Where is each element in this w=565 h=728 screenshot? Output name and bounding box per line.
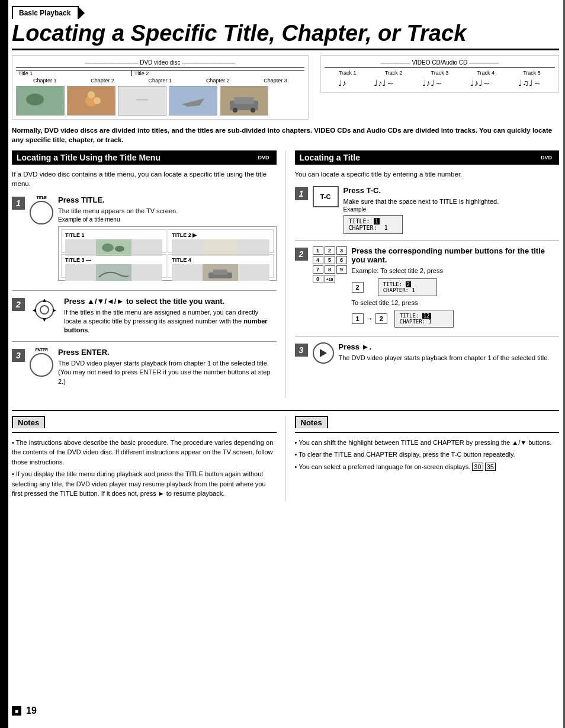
svg-point-6 (94, 97, 101, 104)
page-num-block: ■ (12, 706, 21, 716)
notes-right-item-3: • You can select a preferred language fo… (295, 462, 560, 472)
title-cell-3: TITLE 3 — (61, 254, 166, 278)
left-section-header: Locating a Title Using the Title Menu DV… (12, 150, 277, 165)
notes-right-item-2: • To clear the TITLE and CHAPTER display… (295, 450, 560, 460)
num-seq-1: 2 TITLE: 2 CHAPTER: 1 (352, 278, 560, 296)
dvd-diagram: ————————— DVD video disc ————————— Title… (12, 55, 309, 120)
title-cell-1: TITLE 1 (61, 229, 166, 253)
play-button-icon (313, 342, 334, 364)
vcd-label: ————— VIDEO CD/Audio CD ————— (325, 59, 555, 68)
left-step-2: 2 ▲ ▼ ◄ ► Press ▲/▼ (12, 297, 277, 342)
svg-point-18 (115, 246, 124, 252)
step-1-detail: The title menu appears on the TV screen. (58, 207, 277, 216)
title-cell-4: TITLE 4 (168, 254, 273, 278)
chapter-row: Chapter 1 Chapter 2 Chapter 1 Chapter 2 … (16, 78, 304, 84)
key-5: 5 (325, 256, 335, 264)
step-2-detail: If the titles in the title menu are assi… (64, 308, 277, 335)
title-button-icon (30, 201, 53, 225)
step-2-content: Press ▲/▼/◄/► to select the title you wa… (64, 297, 277, 335)
thumb-5 (220, 86, 268, 116)
step-1-content: Press TITLE. The title menu appears on t… (58, 195, 277, 284)
right-step-3: 3 Press ►. The DVD video player starts p… (295, 342, 560, 370)
right-column: Locating a Title DVD You can locate a sp… (286, 150, 560, 376)
play-triangle (320, 349, 327, 357)
svg-point-17 (102, 243, 114, 252)
step-3-icon-wrap: ENTER (30, 348, 53, 377)
title-display-2: TITLE: 2 CHAPTER: 1 (378, 278, 437, 296)
svg-rect-13 (234, 97, 254, 104)
dvd-diagram-label: ————————— DVD video disc ————————— (16, 59, 304, 68)
thumb-2 (67, 86, 115, 116)
left-step-1: 1 TITLE Press TITLE. The title menu appe… (12, 195, 277, 290)
directional-pad: ▲ ▼ ◄ ► (31, 297, 57, 323)
num-seq-2: 1 → 2 TITLE: 12 CHAPTER: 1 (352, 310, 560, 328)
step-1-icon-wrap: TITLE (30, 195, 53, 225)
step-number-2: 2 (12, 298, 25, 311)
thumb-4 (169, 86, 217, 116)
title-display-line: TITLE: 1 (349, 218, 397, 225)
step-3-detail: The DVD video player starts playback fro… (58, 359, 277, 368)
step-1-title: Press TITLE. (58, 195, 277, 204)
number-keypad: 1 2 3 4 5 6 7 8 9 0 +10 (313, 246, 347, 283)
key-6: 6 (336, 256, 347, 264)
vcd-diagram: ————— VIDEO CD/Audio CD ————— Track 1 Tr… (320, 55, 559, 93)
step-1-example-label: Example of a title menu (58, 216, 277, 223)
notes-left-item-2: • If you display the title menu during p… (12, 469, 277, 499)
notes-two-col: Notes • The instructions above describe … (12, 416, 559, 501)
num-key-1: 1 (352, 313, 364, 324)
right-step-1: 1 T-C Press T-C. Make sure that the spac… (295, 186, 560, 240)
svg-point-5 (88, 91, 95, 98)
title-display-box: TITLE: 1 CHAPTER: 1 (344, 215, 403, 234)
key-2: 2 (325, 246, 335, 255)
key-0: 0 (313, 275, 323, 283)
chapter-display-line: CHAPTER: 1 (349, 225, 397, 231)
notes-right-divider (295, 432, 560, 433)
tab-label: Basic Playback (19, 9, 70, 17)
left-column: Locating a Title Using the Title Menu DV… (12, 150, 286, 398)
notes-left-divider (12, 432, 277, 433)
svg-point-15 (251, 108, 255, 113)
step-3-extra: (You may not need to press ENTER if you … (58, 368, 277, 386)
svg-rect-19 (203, 239, 238, 256)
music-symbols: ♩♪ ♩♪♩～ ♩♪♩～ ♩♪♩～ ♩♫♩～ (325, 78, 555, 89)
basic-playback-tab[interactable]: Basic Playback (12, 6, 79, 19)
right-step-2-example2: To select title 12, press (352, 299, 560, 307)
left-section-title: Locating a Title Using the Title Menu (17, 153, 160, 162)
right-step-1-example-label: Example (344, 206, 560, 213)
right-step-2-title: Press the corresponding number buttons f… (352, 246, 560, 264)
two-col-layout: Locating a Title Using the Title Menu DV… (12, 150, 559, 398)
page-container: Basic Playback Locating a Specific Title… (0, 0, 565, 728)
right-step-1-content: Press T-C. Make sure that the space next… (344, 186, 560, 234)
step-3-content: Press ENTER. The DVD video player starts… (58, 348, 277, 386)
track-row: Track 1 Track 2 Track 3 Track 4 Track 5 (325, 70, 555, 76)
right-step-num-3: 3 (295, 344, 308, 357)
svg-point-14 (233, 108, 237, 113)
page-number-area: ■ 19 (12, 705, 37, 716)
notes-right-col: Notes • You can shift the highlight betw… (286, 416, 560, 474)
notes-right-item-1: • You can shift the highlight between TI… (295, 438, 560, 448)
key-1: 1 (313, 246, 323, 255)
diagram-area: ————————— DVD video disc ————————— Title… (12, 55, 559, 120)
intro-text: Normally, DVD video discs are divided in… (12, 126, 559, 145)
right-section-title: Locating a Title (300, 153, 360, 162)
right-sub-intro: You can locate a specific title by enter… (295, 169, 560, 179)
svg-text:—: — (136, 92, 148, 105)
right-step-3-title: Press ►. (339, 342, 560, 351)
right-section-header: Locating a Title DVD (295, 150, 560, 165)
enter-button-icon (30, 353, 53, 377)
page-title: Locating a Specific Title, Chapter, or T… (12, 21, 559, 50)
notes-section: Notes • The instructions above describe … (12, 410, 559, 501)
left-dvd-badge: DVD (255, 153, 271, 162)
right-step-1-title: Press T-C. (344, 186, 560, 195)
svg-rect-9 (170, 86, 216, 115)
right-step-2-example1: Example: To select title 2, press (352, 267, 560, 275)
title-display-12: TITLE: 12 CHAPTER: 1 (394, 310, 454, 328)
notes-right-header: Notes (295, 416, 328, 428)
notes-left-col: Notes • The instructions above describe … (12, 416, 286, 501)
notes-left-header: Notes (12, 416, 45, 428)
key-3: 3 (336, 246, 347, 255)
right-step-3-detail: The DVD video player starts playback fro… (339, 354, 560, 363)
right-step-1-detail: Make sure that the space next to TITLE i… (344, 197, 560, 206)
thumb-1 (16, 86, 65, 116)
right-step-2: 2 1 2 3 4 5 6 7 8 9 0 +10 (295, 246, 560, 336)
